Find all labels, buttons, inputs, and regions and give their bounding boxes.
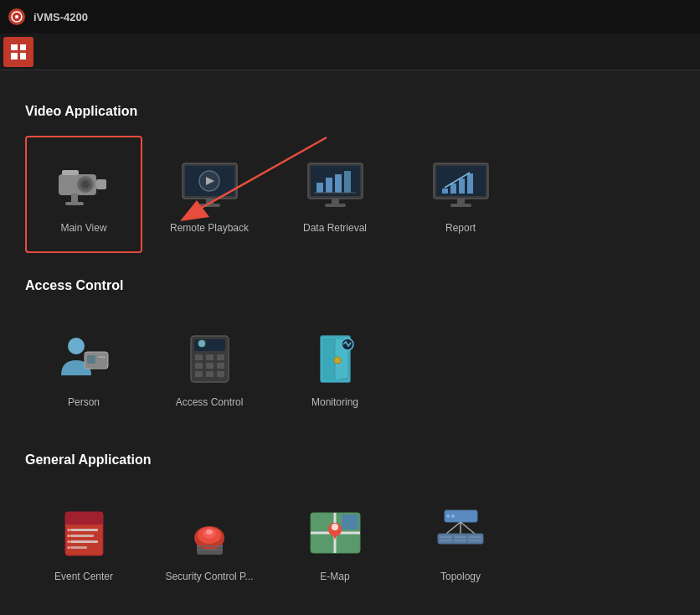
svg-point-72	[206, 530, 213, 535]
access-control-grid: Person	[25, 310, 675, 427]
access-control-section: Access Control	[25, 278, 675, 427]
general-application-heading: General Application	[25, 452, 675, 468]
app-monitoring[interactable]: Monitoring	[276, 310, 394, 427]
svg-point-80	[332, 524, 338, 530]
app-remote-playback[interactable]: Remote Playback	[151, 136, 268, 253]
topology-label: Topology	[440, 571, 481, 582]
svg-rect-90	[466, 534, 483, 544]
svg-rect-52	[206, 371, 214, 377]
access-control-label: Access Control	[176, 396, 244, 408]
app-title: iVMS-4200	[33, 11, 88, 23]
person-icon	[50, 329, 117, 388]
svg-rect-26	[332, 199, 339, 204]
svg-point-64	[67, 529, 69, 531]
security-control-label: Security Control P...	[165, 571, 253, 582]
svg-rect-18	[199, 204, 220, 207]
svg-rect-38	[87, 355, 95, 364]
svg-point-8	[82, 181, 89, 188]
event-center-label: Event Center	[54, 571, 113, 582]
svg-rect-34	[457, 199, 465, 204]
svg-rect-27	[325, 204, 346, 207]
access-control-icon	[176, 329, 243, 388]
svg-rect-47	[217, 354, 224, 360]
svg-line-87	[461, 522, 475, 534]
security-control-icon	[176, 504, 243, 562]
svg-rect-24	[344, 171, 351, 193]
grid-menu-button[interactable]	[3, 37, 33, 67]
svg-point-65	[67, 535, 69, 537]
svg-rect-51	[195, 371, 203, 377]
person-label: Person	[68, 396, 100, 408]
svg-rect-31	[450, 183, 456, 194]
svg-point-36	[68, 338, 85, 354]
svg-point-67	[67, 546, 69, 549]
data-retrieval-icon	[301, 155, 368, 214]
report-icon	[427, 155, 494, 214]
svg-point-83	[446, 514, 450, 518]
app-security-control[interactable]: Security Control P...	[151, 484, 268, 602]
app-main-view[interactable]: Main View	[25, 136, 142, 253]
svg-point-44	[198, 340, 205, 347]
app-logo	[8, 8, 25, 25]
svg-rect-62	[70, 540, 98, 543]
main-view-icon	[50, 155, 117, 214]
grid-icon	[11, 44, 26, 59]
menu-bar	[0, 34, 700, 70]
svg-rect-61	[70, 535, 94, 537]
svg-line-85	[446, 522, 461, 534]
svg-point-66	[67, 540, 69, 543]
main-view-label: Main View	[60, 222, 106, 234]
svg-point-84	[451, 514, 455, 518]
svg-rect-78	[342, 514, 358, 530]
svg-rect-11	[96, 179, 106, 189]
svg-rect-49	[206, 363, 214, 369]
event-center-icon	[50, 504, 117, 562]
topology-icon	[427, 504, 494, 562]
app-access-control[interactable]: Access Control	[151, 310, 268, 427]
svg-rect-22	[326, 178, 332, 193]
data-retrieval-label: Data Retrieval	[303, 222, 367, 234]
general-application-section: General Application	[25, 452, 675, 602]
svg-rect-53	[217, 371, 224, 377]
remote-playback-label: Remote Playback	[170, 222, 249, 234]
svg-rect-46	[206, 354, 214, 360]
app-topology[interactable]: Topology	[402, 484, 519, 602]
title-bar: iVMS-4200	[0, 0, 700, 34]
svg-rect-21	[317, 183, 323, 193]
main-content: Video Application	[0, 70, 700, 615]
video-application-section: Video Application	[25, 104, 675, 253]
app-e-map[interactable]: E-Map	[276, 484, 394, 602]
general-application-grid: Event Center	[25, 484, 675, 602]
remote-playback-icon	[176, 155, 243, 214]
svg-rect-35	[450, 204, 471, 207]
svg-rect-33	[467, 173, 473, 194]
svg-rect-17	[206, 199, 214, 204]
svg-rect-60	[70, 529, 98, 531]
app-person[interactable]: Person	[25, 310, 142, 427]
monitoring-label: Monitoring	[311, 396, 358, 408]
e-map-label: E-Map	[320, 571, 349, 582]
svg-rect-63	[70, 546, 87, 549]
report-label: Report	[445, 222, 476, 234]
svg-rect-45	[195, 354, 203, 360]
svg-rect-30	[442, 189, 448, 194]
svg-rect-10	[65, 202, 84, 205]
app-report[interactable]: Report	[402, 136, 519, 253]
e-map-icon	[301, 504, 368, 562]
app-data-retrieval[interactable]: Data Retrieval	[276, 136, 394, 253]
app-event-center[interactable]: Event Center	[25, 484, 142, 602]
access-control-heading: Access Control	[25, 278, 675, 293]
svg-rect-50	[217, 363, 224, 369]
svg-rect-48	[195, 363, 203, 369]
svg-rect-32	[459, 178, 465, 194]
svg-rect-59	[65, 512, 103, 525]
video-application-grid: Main View	[25, 136, 675, 253]
svg-rect-23	[335, 174, 342, 193]
video-application-heading: Video Application	[25, 104, 675, 119]
svg-point-2	[15, 15, 18, 18]
svg-point-56	[334, 357, 341, 364]
svg-rect-12	[62, 170, 79, 175]
monitoring-icon	[301, 329, 368, 388]
